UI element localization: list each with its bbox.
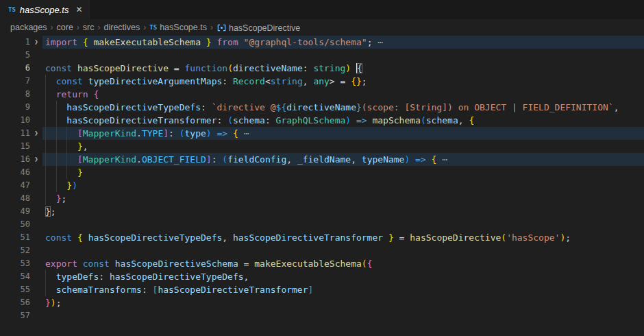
code-token: schema xyxy=(233,115,265,125)
code-token: makeExecutableSchema xyxy=(88,37,206,47)
code-token: , xyxy=(351,154,362,165)
code-token: directiveName xyxy=(286,102,356,112)
line-number: 54 xyxy=(0,270,30,283)
line-number: 1 xyxy=(0,36,30,49)
code-token xyxy=(45,285,56,295)
code-line[interactable]: schemaTransforms: [hasScopeDirectiveTran… xyxy=(42,283,644,296)
line-number: 6 xyxy=(0,62,30,75)
code-token: [ xyxy=(77,128,83,139)
code-token: const xyxy=(45,63,77,73)
line-number: 47 xyxy=(0,179,30,192)
breadcrumb-item[interactable]: src xyxy=(83,23,95,32)
breadcrumb-file[interactable]: TShasScope.ts xyxy=(149,23,207,32)
code-token: => xyxy=(212,128,233,139)
chevron-right-icon: › xyxy=(143,23,146,32)
code-line[interactable]: hasScopeDirectiveTypeDefs: `directive @$… xyxy=(42,101,644,114)
code-line[interactable] xyxy=(42,218,644,231)
code-editor[interactable]: 1❯import { makeExecutableSchema } from "… xyxy=(0,36,644,336)
code-line[interactable]: export const hasScopeDirectiveSchema = m… xyxy=(42,257,644,270)
editor-row: 52 xyxy=(0,244,644,257)
code-token: : xyxy=(212,154,223,165)
line-number: 56 xyxy=(0,296,30,309)
code-token: function xyxy=(185,63,228,73)
code-line[interactable]: const typeDirectiveArgumentMaps: Record<… xyxy=(42,75,644,88)
code-token xyxy=(45,167,77,178)
line-number: 55 xyxy=(0,283,30,296)
breadcrumb-item[interactable]: packages xyxy=(10,23,47,32)
code-token: { xyxy=(77,232,88,243)
line-number: 51 xyxy=(0,231,30,244)
code-line[interactable]: return { xyxy=(42,88,644,101)
code-line[interactable]: hasScopeDirectiveTransformer: (schema: G… xyxy=(42,114,644,127)
code-token: : xyxy=(265,115,276,125)
code-line[interactable] xyxy=(42,49,644,62)
code-token: { xyxy=(93,89,99,99)
editor-row: 55 schemaTransforms: [hasScopeDirectiveT… xyxy=(0,283,644,296)
line-number: 53 xyxy=(0,257,30,270)
tab-bar: TS hasScope.ts ✕ xyxy=(0,0,644,19)
symbol-variable-icon xyxy=(216,23,227,33)
code-token: = xyxy=(394,232,410,243)
editor-row: 46 } xyxy=(0,166,644,179)
code-line[interactable]: [MapperKind.OBJECT_FIELD]: (fieldConfig,… xyxy=(42,153,644,166)
code-token: ) xyxy=(51,298,56,308)
code-token: ⋯ xyxy=(238,128,249,139)
code-token: } xyxy=(77,141,83,152)
code-token xyxy=(45,180,66,191)
code-token: ${ xyxy=(276,102,287,112)
code-token: string xyxy=(313,63,345,73)
code-line[interactable]: const { hasScopeDirectiveTypeDefs, hasSc… xyxy=(42,231,644,244)
code-token xyxy=(351,63,356,73)
editor-row: 1❯import { makeExecutableSchema } from "… xyxy=(0,36,644,49)
line-number: 46 xyxy=(0,166,30,179)
code-token: , xyxy=(244,272,249,282)
code-line[interactable]: typeDefs: hasScopeDirectiveTypeDefs, xyxy=(42,270,644,283)
code-line[interactable] xyxy=(42,244,644,257)
line-number: 57 xyxy=(0,309,30,322)
fold-chevron-icon[interactable]: ❯ xyxy=(30,153,42,166)
code-token: {} xyxy=(351,76,362,86)
code-token: ; xyxy=(565,232,571,243)
breadcrumb-item[interactable]: core xyxy=(57,23,73,32)
code-token: ( xyxy=(179,128,185,139)
chevron-right-icon: › xyxy=(98,23,101,32)
code-line[interactable]: }; xyxy=(42,205,644,218)
code-token xyxy=(45,141,77,152)
code-token: { xyxy=(469,115,474,125)
code-line[interactable] xyxy=(42,309,644,322)
breadcrumb-item[interactable]: directives xyxy=(104,23,140,32)
code-line[interactable]: }; xyxy=(42,192,644,205)
editor-row: 6const hasScopeDirective = function(dire… xyxy=(0,62,644,75)
code-token: TYPE xyxy=(142,128,163,139)
code-token: hasScopeDirectiveSchema xyxy=(115,259,238,269)
close-icon[interactable]: ✕ xyxy=(75,5,82,14)
editor-row: 10 hasScopeDirectiveTransformer: (schema… xyxy=(0,114,644,127)
code-line[interactable]: import { makeExecutableSchema } from "@g… xyxy=(42,36,644,49)
code-line[interactable]: [MapperKind.TYPE]: (type) => { ⋯ xyxy=(42,127,644,140)
editor-row: 54 typeDefs: hasScopeDirectiveTypeDefs, xyxy=(0,270,644,283)
code-token: , xyxy=(286,154,297,165)
fold-chevron-icon[interactable]: ❯ xyxy=(30,127,42,140)
code-line[interactable]: }); xyxy=(42,296,644,309)
tab-title: hasScope.ts xyxy=(20,5,69,15)
breadcrumb-symbol[interactable]: hasScopeDirective xyxy=(216,23,300,33)
code-line[interactable]: }, xyxy=(42,140,644,153)
code-line[interactable]: const hasScopeDirective = function(direc… xyxy=(42,62,644,75)
code-token: ] xyxy=(163,128,169,139)
code-token: , xyxy=(303,76,314,86)
code-token: fieldConfig xyxy=(227,154,286,165)
code-line[interactable]: }) xyxy=(42,179,644,192)
code-token: export xyxy=(45,259,83,269)
code-token: ; xyxy=(56,298,62,308)
fold-chevron-icon[interactable]: ❯ xyxy=(30,36,42,49)
code-token xyxy=(45,272,56,282)
code-token: hasScopeDirectiveTypeDefs xyxy=(110,272,244,282)
tab-hasscope[interactable]: TS hasScope.ts ✕ xyxy=(0,0,90,19)
code-token: = xyxy=(169,63,184,73)
breadcrumb: packages›core›src›directives›TShasScope.… xyxy=(0,19,644,36)
code-token: ( xyxy=(227,63,233,73)
line-number: 48 xyxy=(0,192,30,205)
code-token: [ xyxy=(77,154,83,165)
code-token xyxy=(45,115,66,125)
code-line[interactable]: } xyxy=(42,166,644,179)
